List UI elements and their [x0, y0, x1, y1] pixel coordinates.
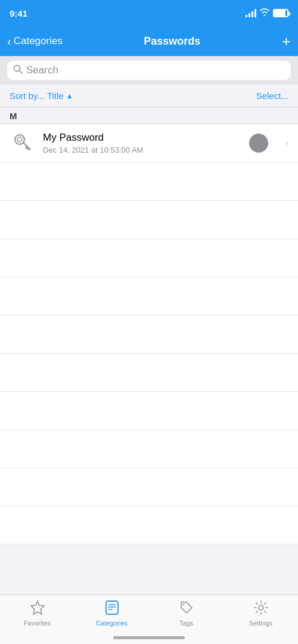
list-container: M My Password Dec 14, 2021 at 10:53:00 A… [0, 107, 298, 544]
gear-icon [253, 600, 269, 618]
empty-row [0, 201, 298, 239]
empty-row [0, 315, 298, 354]
status-time: 9:41 [10, 8, 27, 18]
svg-point-12 [182, 604, 184, 606]
key-icon [13, 132, 33, 154]
search-bar [0, 56, 298, 85]
list-item[interactable]: My Password Dec 14, 2021 at 10:53:00 AM … [0, 124, 298, 163]
tab-settings[interactable]: Settings [224, 600, 298, 627]
star-icon [30, 600, 45, 618]
tab-favorites[interactable]: Favorites [0, 600, 74, 627]
tab-tags[interactable]: Tags [149, 600, 224, 627]
empty-row [0, 239, 298, 277]
chevron-left-icon: ‹ [7, 35, 11, 48]
tab-favorites-label: Favorites [24, 620, 51, 627]
empty-row [0, 163, 298, 201]
search-icon [13, 64, 23, 76]
back-button[interactable]: ‹ Categories [7, 35, 63, 48]
context-dot [249, 134, 268, 153]
sort-by-label[interactable]: Sort by... [10, 91, 45, 101]
add-button[interactable]: + [282, 33, 291, 49]
chevron-right-icon: › [285, 138, 288, 148]
sort-arrow-icon: ▲ [66, 92, 73, 100]
back-label: Categories [14, 35, 63, 47]
status-icons [246, 8, 288, 18]
empty-row [0, 277, 298, 315]
svg-marker-7 [31, 601, 44, 614]
sort-controls[interactable]: Sort by... Title ▲ [10, 91, 73, 101]
empty-row [0, 468, 298, 506]
tab-settings-label: Settings [249, 620, 273, 627]
nav-bar: ‹ Categories Passwords + [0, 26, 298, 56]
select-button[interactable]: Select... [256, 91, 288, 101]
wifi-icon [260, 8, 269, 18]
search-input-wrapper [7, 61, 291, 80]
tab-tags-label: Tags [179, 620, 193, 627]
svg-point-13 [259, 605, 263, 610]
item-date: Dec 14, 2021 at 10:53:00 AM [43, 145, 285, 154]
sort-bar: Sort by... Title ▲ Select... [0, 85, 298, 107]
empty-row [0, 354, 298, 392]
home-indicator [113, 636, 185, 639]
status-bar: 9:41 [0, 0, 298, 26]
svg-rect-8 [106, 601, 118, 614]
tab-categories[interactable]: Categories [74, 600, 149, 627]
tab-categories-label: Categories [96, 620, 128, 627]
empty-row [0, 430, 298, 468]
item-icon [10, 130, 36, 156]
svg-line-1 [20, 71, 23, 74]
search-input[interactable] [26, 64, 285, 76]
signal-icon [246, 9, 256, 17]
empty-row [0, 392, 298, 430]
categories-icon [104, 600, 120, 618]
tag-icon [179, 600, 194, 618]
page-title: Passwords [144, 35, 200, 48]
battery-icon [273, 9, 288, 17]
svg-point-3 [17, 137, 22, 142]
sort-field: Title [47, 91, 64, 101]
empty-row [0, 506, 298, 544]
section-header-m: M [0, 107, 298, 124]
